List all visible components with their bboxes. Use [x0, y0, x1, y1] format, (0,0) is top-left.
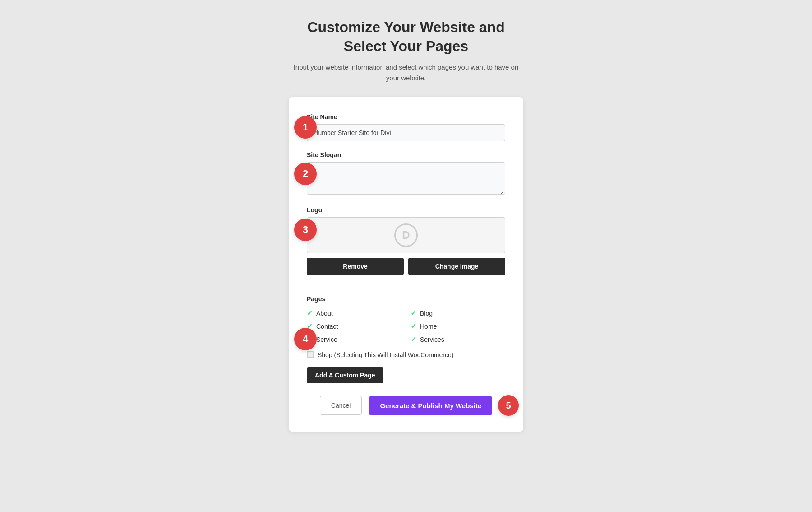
about-check-icon: ✓	[307, 309, 313, 317]
page-service-label: Service	[316, 336, 337, 343]
pages-label: Pages	[307, 295, 505, 303]
page-blog-item: ✓ Blog	[411, 309, 505, 317]
pages-section: 4 Pages ✓ About ✓ Blog ✓ Contact	[307, 295, 505, 383]
pages-grid: ✓ About ✓ Blog ✓ Contact ✓ Home	[307, 309, 505, 344]
page-blog-label: Blog	[420, 310, 433, 317]
site-slogan-group: 2 Site Slogan	[307, 151, 505, 196]
form-card: 1 Site Name 2 Site Slogan 3 Logo D Remov…	[289, 97, 523, 432]
page-services-label: Services	[420, 336, 444, 343]
logo-buttons-group: Remove Change Image	[307, 258, 505, 275]
services-check-icon: ✓	[411, 335, 416, 344]
logo-label: Logo	[307, 206, 505, 214]
page-home-item: ✓ Home	[411, 322, 505, 330]
form-wrapper: 1 Site Name 2 Site Slogan 3 Logo D Remov…	[289, 97, 523, 432]
page-about-item: ✓ About	[307, 309, 401, 317]
cancel-button[interactable]: Cancel	[320, 396, 362, 415]
generate-publish-button[interactable]: Generate & Publish My Website	[369, 396, 492, 415]
page-title: Customize Your Website and Select Your P…	[293, 18, 519, 56]
page-header: Customize Your Website and Select Your P…	[293, 18, 519, 84]
site-name-group: 1 Site Name	[307, 113, 505, 141]
step-3-badge: 3	[294, 219, 317, 241]
logo-preview: D	[307, 217, 505, 253]
bottom-actions: Cancel Generate & Publish My Website 5	[307, 396, 505, 415]
step-2-badge: 2	[294, 163, 317, 185]
site-name-input[interactable]	[307, 124, 505, 141]
site-slogan-input[interactable]	[307, 162, 505, 195]
page-home-label: Home	[420, 323, 437, 330]
page-shop-label: Shop (Selecting This Will Install WooCom…	[318, 351, 453, 360]
page-shop-item: Shop (Selecting This Will Install WooCom…	[307, 351, 505, 360]
page-contact-item: ✓ Contact	[307, 322, 401, 330]
page-service-item: ✓ Service	[307, 335, 401, 344]
blog-check-icon: ✓	[411, 309, 416, 317]
site-slogan-label: Site Slogan	[307, 151, 505, 158]
home-check-icon: ✓	[411, 322, 416, 330]
page-subtitle: Input your website information and selec…	[293, 62, 519, 84]
shop-checkbox[interactable]	[307, 351, 314, 358]
step-5-badge: 5	[498, 395, 519, 416]
logo-group: 3 Logo D	[307, 206, 505, 253]
page-services-item: ✓ Services	[411, 335, 505, 344]
logo-icon: D	[394, 223, 418, 247]
step-4-badge: 4	[294, 328, 317, 350]
change-image-button[interactable]: Change Image	[408, 258, 505, 275]
add-custom-page-button[interactable]: Add A Custom Page	[307, 367, 383, 383]
step-1-badge: 1	[294, 116, 317, 139]
page-contact-label: Contact	[316, 323, 338, 330]
site-name-label: Site Name	[307, 113, 505, 121]
remove-button[interactable]: Remove	[307, 258, 404, 275]
page-about-label: About	[316, 310, 333, 317]
